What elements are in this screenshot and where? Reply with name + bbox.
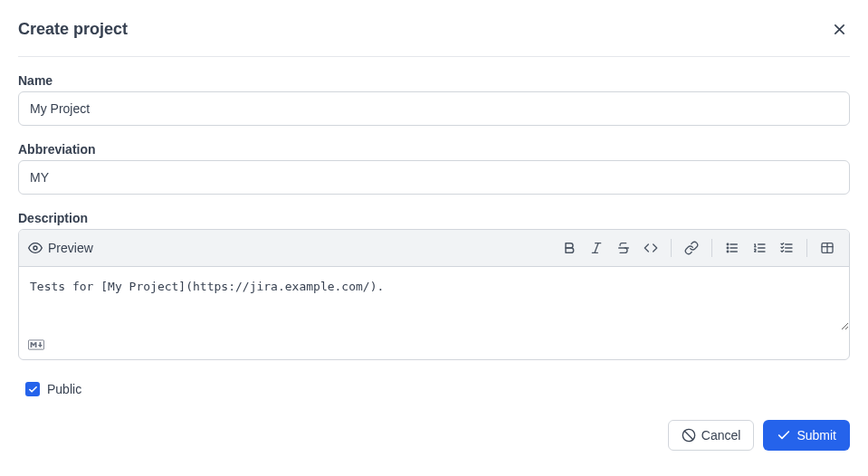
- bold-icon: [562, 241, 577, 255]
- bold-button[interactable]: [557, 235, 582, 261]
- editor-footer: [19, 334, 849, 359]
- name-field-section: Name: [18, 73, 850, 126]
- abbreviation-input[interactable]: [18, 160, 850, 195]
- strikethrough-button[interactable]: [611, 235, 636, 261]
- cancel-button[interactable]: Cancel: [668, 420, 755, 451]
- preview-label: Preview: [48, 241, 93, 255]
- toolbar-actions: [557, 235, 840, 261]
- table-button[interactable]: [815, 235, 840, 261]
- strikethrough-icon: [616, 241, 631, 255]
- task-list-icon: [779, 241, 794, 255]
- check-icon: [28, 385, 38, 395]
- numbered-list-button[interactable]: [747, 235, 772, 261]
- link-icon: [684, 241, 699, 255]
- svg-point-8: [727, 243, 729, 245]
- markdown-icon: [28, 339, 44, 350]
- numbered-list-icon: [752, 241, 767, 255]
- dialog-footer: Cancel Submit: [18, 420, 850, 451]
- italic-icon: [589, 241, 604, 255]
- toolbar-separator: [711, 239, 712, 257]
- editor-toolbar: Preview: [19, 230, 849, 267]
- code-icon: [644, 241, 658, 255]
- svg-line-22: [684, 431, 692, 439]
- task-list-button[interactable]: [774, 235, 799, 261]
- dialog-header: Create project: [18, 18, 850, 57]
- italic-button[interactable]: [584, 235, 609, 261]
- public-label[interactable]: Public: [47, 382, 81, 396]
- toolbar-separator: [806, 239, 807, 257]
- code-button[interactable]: [638, 235, 663, 261]
- abbreviation-label: Abbreviation: [18, 142, 850, 157]
- bullet-list-icon: [725, 241, 739, 255]
- svg-line-3: [595, 243, 598, 253]
- abbreviation-field-section: Abbreviation: [18, 142, 850, 195]
- submit-label: Submit: [796, 428, 836, 443]
- svg-point-10: [727, 251, 729, 252]
- svg-point-9: [727, 247, 729, 249]
- name-input[interactable]: [18, 91, 850, 126]
- bullet-list-button[interactable]: [720, 235, 745, 261]
- dialog-title: Create project: [18, 20, 128, 39]
- description-label: Description: [18, 211, 850, 225]
- close-button[interactable]: [828, 18, 850, 40]
- public-checkbox[interactable]: [25, 382, 40, 396]
- cancel-icon: [682, 428, 696, 443]
- table-icon: [820, 241, 835, 255]
- name-label: Name: [18, 73, 850, 88]
- public-field: Public: [25, 382, 850, 396]
- svg-point-0: [33, 246, 37, 250]
- check-icon: [777, 428, 791, 443]
- description-textarea[interactable]: [19, 267, 849, 330]
- link-button[interactable]: [679, 235, 704, 261]
- create-project-dialog: Create project Name Abbreviation Descrip…: [18, 18, 850, 451]
- description-editor: Preview: [18, 229, 850, 360]
- eye-icon: [28, 241, 43, 255]
- cancel-label: Cancel: [701, 428, 741, 443]
- submit-button[interactable]: Submit: [763, 420, 850, 451]
- markdown-badge[interactable]: [28, 339, 44, 350]
- close-icon: [833, 23, 846, 36]
- toolbar-separator: [671, 239, 672, 257]
- description-field-section: Description Preview: [18, 211, 850, 360]
- preview-toggle[interactable]: Preview: [28, 241, 93, 255]
